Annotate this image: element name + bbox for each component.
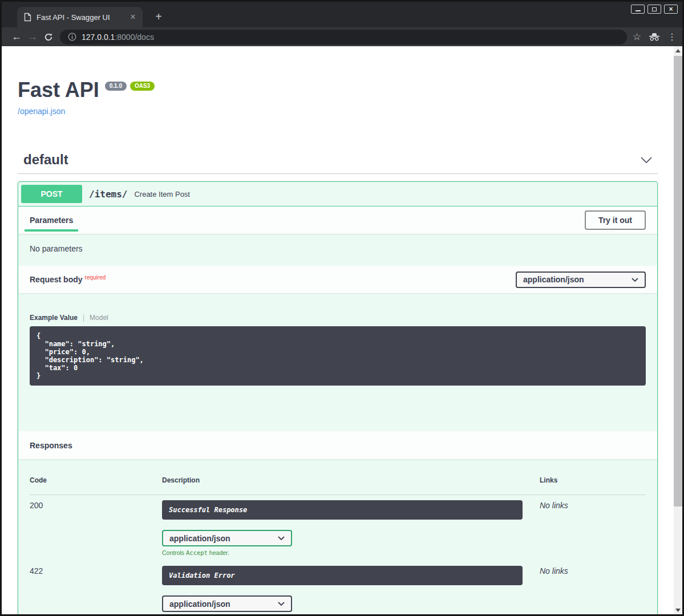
request-example-code[interactable]: { "name": "string", "price": 0, "descrip…: [30, 326, 646, 386]
openapi-spec-link[interactable]: /openapi.json: [18, 107, 65, 116]
bookmark-star-icon[interactable]: ☆: [633, 31, 641, 43]
select-chevron-icon: [632, 278, 638, 282]
tab-title: Fast API - Swagger UI: [37, 13, 128, 22]
col-header-links: Links: [540, 476, 646, 495]
try-it-out-button[interactable]: Try it out: [585, 210, 646, 230]
toolbar-right: ☆ ⋮: [633, 31, 674, 43]
method-badge: POST: [21, 185, 82, 203]
browser-menu-icon[interactable]: ⋮: [667, 31, 674, 42]
window-controls: ×: [631, 5, 678, 14]
scroll-up-arrow[interactable]: [674, 46, 682, 55]
tab-strip: Fast API - Swagger UI × + ×: [2, 2, 682, 27]
request-body-section: Example Value Model { "name": "string", …: [18, 293, 657, 431]
new-tab-button[interactable]: +: [151, 10, 166, 23]
example-model-tabs: Example Value Model: [30, 314, 646, 322]
tab-model[interactable]: Model: [90, 314, 108, 322]
close-icon: ×: [669, 6, 673, 12]
request-body-label: Request bodyrequired: [30, 275, 106, 284]
tab-parameters[interactable]: Parameters: [30, 209, 73, 232]
url-path: :8000/docs: [115, 33, 154, 42]
api-info: Fast API 0.1.0 OAS3 /openapi.json: [18, 78, 658, 116]
close-button[interactable]: ×: [664, 5, 678, 14]
page-title: Fast API: [18, 78, 99, 102]
back-button[interactable]: ←: [9, 30, 25, 44]
col-header-code: Code: [30, 476, 162, 495]
required-label: required: [85, 274, 106, 281]
col-header-description: Description: [162, 476, 540, 495]
response-links: No links: [540, 495, 646, 561]
maximize-icon: [652, 7, 657, 11]
url-text: 127.0.0.1:8000/docs: [82, 33, 154, 42]
tag-section-default: default POST /items/ Create Item Post P: [18, 148, 658, 614]
opblock-post-items: POST /items/ Create Item Post Parameters…: [18, 181, 658, 614]
chevron-down-icon[interactable]: [641, 157, 652, 163]
url-bar[interactable]: 127.0.0.1:8000/docs: [60, 30, 627, 44]
response-links: No links: [540, 561, 646, 614]
tab-divider: [83, 314, 84, 322]
responses-table: Code Description Links 200 Successful Re…: [18, 459, 657, 614]
select-chevron-icon: [278, 602, 285, 606]
operation-description: Create Item Post: [134, 190, 190, 198]
browser-tab[interactable]: Fast API - Swagger UI ×: [17, 7, 143, 27]
request-body-header-row: Request bodyrequired application/json: [18, 266, 657, 293]
response-code: 422: [30, 561, 162, 614]
page-viewport: Fast API 0.1.0 OAS3 /openapi.json defaul…: [2, 46, 682, 614]
document-favicon-icon: [24, 13, 31, 22]
forward-button: →: [25, 30, 41, 44]
swagger-ui-page: Fast API 0.1.0 OAS3 /openapi.json defaul…: [2, 46, 674, 614]
scrollbar-thumb[interactable]: [674, 56, 682, 506]
section-header-default[interactable]: default: [18, 148, 658, 174]
reload-button[interactable]: [41, 30, 56, 44]
url-host: 127.0.0.1: [82, 33, 115, 42]
parameters-header-row: Parameters Try it out: [18, 206, 657, 234]
version-badge: 0.1.0: [105, 82, 127, 91]
incognito-icon: [648, 33, 661, 41]
reload-icon: [44, 33, 53, 42]
operation-path: /items/: [89, 189, 127, 200]
oas3-badge: OAS3: [130, 82, 155, 91]
responses-header-row: Responses: [18, 431, 657, 459]
select-chevron-icon: [278, 536, 285, 540]
tab-close-icon[interactable]: ×: [128, 13, 138, 22]
request-content-type-select[interactable]: application/json: [516, 271, 646, 288]
section-title: default: [23, 152, 68, 168]
response-description-cell: Successful Response application/json Con…: [162, 495, 540, 561]
response-content-type-select-422[interactable]: application/json: [162, 595, 292, 612]
maximize-button[interactable]: [647, 5, 661, 14]
browser-window: Fast API - Swagger UI × + × ← → 127.0.0.…: [0, 0, 684, 616]
no-parameters-text: No parameters: [18, 234, 657, 266]
responses-title: Responses: [30, 441, 72, 450]
minimize-icon: [636, 10, 641, 11]
response-description-bar: Successful Response: [162, 500, 523, 520]
operation-summary[interactable]: POST /items/ Create Item Post: [18, 182, 657, 206]
page-scrollbar[interactable]: [674, 46, 682, 614]
controls-accept-note: Controls Accept header.: [162, 549, 540, 556]
response-description-bar: Validation Error: [162, 566, 523, 585]
scroll-down-arrow[interactable]: [674, 606, 682, 614]
response-description-cell: Validation Error application/json: [162, 561, 540, 614]
minimize-button[interactable]: [631, 5, 645, 14]
site-info-icon[interactable]: [68, 33, 76, 41]
response-content-type-select-200[interactable]: application/json: [162, 530, 292, 546]
tab-example-value[interactable]: Example Value: [30, 314, 78, 322]
browser-toolbar: ← → 127.0.0.1:8000/docs ☆: [2, 27, 682, 46]
response-code: 200: [30, 495, 162, 561]
